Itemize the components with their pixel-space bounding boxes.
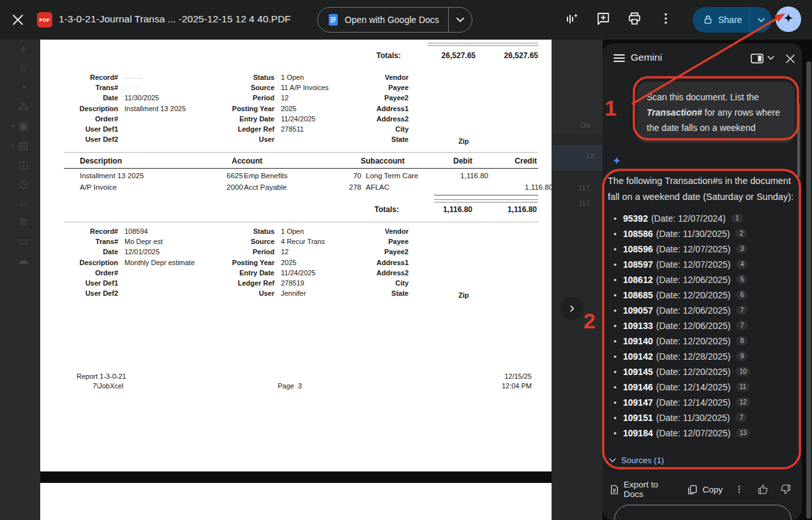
record-field: DescriptionInstallment 13 2025 [61,105,186,115]
citation-badge[interactable]: 8 [736,336,748,346]
audio-equalizer-sparkle-icon[interactable] [564,11,580,26]
transaction-list-item: • 108597 (Date: 12/07/2025) 4 [603,259,798,275]
credit-underline [434,195,538,195]
thumbs-down-icon[interactable] [776,480,795,499]
record-field: User Def1 [61,125,186,135]
record1-mid-fields: Status1 OpenSource11 A/P InvoicesPeriod1… [225,73,329,146]
record-field: Order# [61,269,195,279]
citation-badge[interactable]: 1 [732,213,743,223]
transaction-list-item: • 109151 (Date: 11/30/2025) 7 [603,413,798,428]
google-docs-icon [328,13,338,26]
close-preview-icon[interactable] [10,12,26,27]
section-divider [64,222,538,222]
menu-icon[interactable] [613,52,627,66]
gemini-panel: Gemini Scan this document. List the Tran… [603,43,802,520]
more-options-icon[interactable] [658,11,673,26]
record-field: Ledger Ref278519 [225,279,325,289]
citation-badge[interactable]: 5 [736,275,748,284]
page-number: 3 [298,382,302,390]
record-field: Posting Year2025 [225,105,329,115]
new-icon[interactable]: + [0,40,40,59]
prompt-bold-term: Transaction# [647,107,702,118]
record-field: Entry Date11/24/2025 [225,115,329,125]
gemini-button[interactable] [776,6,801,32]
add-comment-icon[interactable] [596,11,611,26]
record-field: Status1 Open [225,227,325,238]
record-field: Address2 [347,115,415,125]
next-page-button[interactable] [560,297,583,320]
pdf-page-4-partial [40,483,552,520]
citation-badge[interactable]: 3 [736,244,748,254]
record-field: City [347,125,415,135]
ask-gemini-input[interactable]: Ask Gemini [614,505,792,520]
record-field: Vendor [347,227,415,238]
transaction-list-item: • 108586 (Date: 11/30/2025) 2 [603,229,798,244]
close-panel-icon[interactable] [784,52,798,66]
citation-badge[interactable]: 4 [736,259,748,269]
window-scrollbar[interactable] [806,61,811,519]
panel-layout-icon[interactable] [751,53,765,67]
record-field: Address2 [347,269,415,279]
open-with-label: Open with Google Docs [345,15,439,25]
open-with-google-docs-button[interactable]: Open with Google Docs [317,7,472,33]
workspaces-icon[interactable]: ⁂ [0,97,40,116]
copy-icon [688,484,697,495]
recent-icon[interactable]: ◷ [0,174,40,193]
share-dropdown-icon[interactable] [750,7,772,33]
gemini-panel-title: Gemini [631,52,662,63]
citation-badge[interactable]: 10 [736,367,749,376]
lock-icon [703,15,713,25]
transaction-list-item: • 109140 (Date: 12/20/2025) 8 [603,336,798,351]
citation-badge[interactable]: 7 [736,305,748,315]
record-field: City [347,279,415,289]
record-field: DescriptionMonthly Depr estimate [61,259,195,269]
sources-toggle[interactable]: Sources (1) [609,455,664,465]
record2-mid-fields: Status1 OpenSource4 Recur TransPeriod12P… [225,227,325,300]
citation-badge[interactable]: 7 [736,321,748,330]
table-totals-credit: 1,116.80 [473,205,537,214]
thumbs-up-icon[interactable] [753,480,772,499]
double-rule [434,199,538,200]
open-with-dropdown-icon[interactable] [449,8,472,32]
citation-badge[interactable]: 11 [736,382,749,392]
trash-icon[interactable]: ▭ [0,231,40,250]
copy-button[interactable]: Copy [684,480,726,499]
user-prompt-bubble: Scan this document. List the Transaction… [636,82,795,143]
record-field: Address1 [347,105,415,115]
citation-badge[interactable]: 9 [736,351,748,361]
record-field: Posting Year2025 [225,259,325,269]
shared-drives-icon[interactable]: ▸▤ [0,135,40,155]
export-to-docs-button[interactable]: Export to Docs [606,476,676,503]
response-more-options-icon[interactable] [730,480,748,498]
storage-icon[interactable]: ☁ [0,250,40,270]
record-field: Vendor [347,73,415,84]
record-field: User [225,135,329,146]
citation-badge[interactable]: 6 [736,290,748,300]
starred-icon[interactable]: ☆ [0,193,40,212]
citation-badge[interactable]: 13 [736,428,749,438]
drive-pdf-preview-screen: PDF 1-3-0-21-Journal Transa ... -2025-12… [0,0,812,520]
panel-scrollbar[interactable] [797,103,800,178]
transaction-list-item: • 95392 (Date: 12/07/2024) 1 [603,213,798,229]
home-icon[interactable]: ⌂ [0,59,40,78]
citation-badge[interactable]: 12 [736,397,749,407]
citation-badge[interactable]: 7 [735,413,747,422]
notifications-icon[interactable]: ◔ [0,78,40,97]
transaction-list-item: • 108685 (Date: 12/20/2025) 6 [603,290,798,305]
journal-row: A/P Invoice 2000 Acct Payable 278 AFLAC … [64,183,553,191]
page-label: Page 3 [278,382,302,390]
citation-badge[interactable]: 2 [735,229,747,238]
share-button[interactable]: Share [693,7,772,33]
spam-icon[interactable]: ⊘ [0,212,40,231]
transaction-list-item: • 108596 (Date: 12/07/2025) 3 [603,244,798,259]
my-drive-icon[interactable]: ▸▣ [0,116,40,135]
panel-layout-dropdown-icon[interactable] [767,56,781,70]
print-icon[interactable] [627,11,642,26]
record-field: Payee2 [347,248,415,258]
transaction-list-item: • 109146 (Date: 12/14/2025) 11 [603,382,798,397]
total-rule [428,45,538,46]
record-field: User Def1 [61,279,195,289]
table-totals-label: Totals: [335,205,399,214]
pdf-file-icon: PDF [37,12,52,27]
shared-with-me-icon[interactable]: ◫ [0,155,40,174]
